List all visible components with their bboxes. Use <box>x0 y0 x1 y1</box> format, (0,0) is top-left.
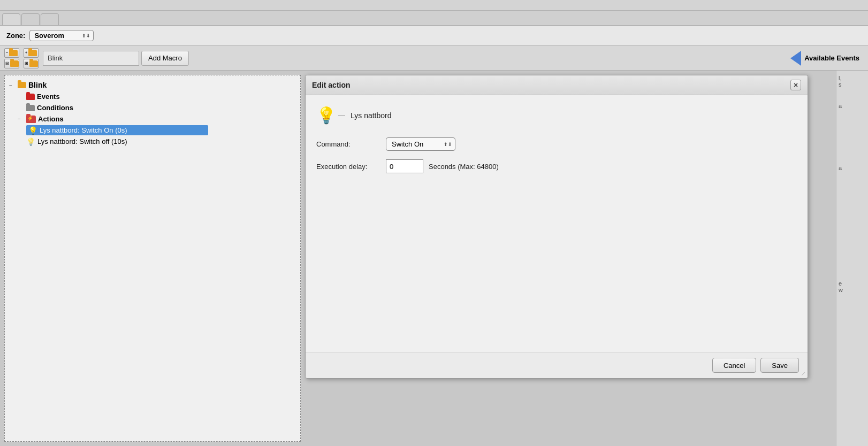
toolbar-btn-minus[interactable]: − <box>4 48 19 58</box>
tree-root-blink[interactable]: − Blink <box>9 80 296 90</box>
dialog-footer: Cancel Save <box>306 352 808 378</box>
command-select-wrap[interactable]: Switch On Switch off <box>386 137 455 151</box>
tab-3[interactable] <box>41 13 59 25</box>
tab-1[interactable] <box>2 13 20 25</box>
macro-name-box: Blink <box>43 51 139 66</box>
command-label: Command: <box>316 140 380 148</box>
tree-action-2-label: Lys nattbord: Switch off (10s) <box>37 137 127 145</box>
add-macro-button[interactable]: Add Macro <box>141 51 189 66</box>
tab-2[interactable] <box>21 13 40 25</box>
tree-item-events[interactable]: Events <box>18 91 296 102</box>
expand-icon-actions: − <box>18 116 24 122</box>
zone-bar: Zone: Soverom <box>0 26 868 46</box>
folder-icon-events <box>26 94 35 100</box>
zone-select[interactable]: Soverom <box>29 30 94 41</box>
dialog-close-button[interactable]: × <box>790 80 801 90</box>
dialog-body: 💡 — Lys nattbord Command: Switch On Swit… <box>306 95 808 352</box>
tree-item-actions[interactable]: − Actions <box>18 114 296 124</box>
toolbar-btn-expand[interactable]: ⊞ <box>24 59 39 68</box>
tab-bar <box>0 11 868 26</box>
toolbar-btn-collapse[interactable]: ⊟ <box>4 59 19 68</box>
cancel-button[interactable]: Cancel <box>712 358 756 373</box>
tree-root-label: Blink <box>28 81 47 89</box>
folder-icon-actions <box>26 116 36 123</box>
folder-icon-conditions <box>26 105 35 111</box>
toolbar-btn-add[interactable]: + <box>24 48 39 58</box>
command-select[interactable]: Switch On Switch off <box>386 137 455 151</box>
dialog-title-bar: Edit action × <box>306 75 808 95</box>
toolbar-btn-group-1: − ⊟ <box>4 48 19 68</box>
zone-select-wrap[interactable]: Soverom <box>29 30 94 41</box>
device-header: 💡 — Lys nattbord <box>316 106 797 125</box>
zone-label: Zone: <box>6 32 25 40</box>
far-right-label-3: a <box>836 111 868 173</box>
tree-action-1[interactable]: 💡 Lys nattbord: Switch On (0s) <box>26 125 208 135</box>
folder-icon-blink <box>18 82 26 88</box>
arrow-left-icon <box>790 51 801 66</box>
far-right-label-2: a <box>836 92 868 111</box>
execution-delay-label: Execution delay: <box>316 163 380 171</box>
execution-delay-input[interactable] <box>386 159 423 173</box>
top-bar <box>0 0 868 11</box>
save-button[interactable]: Save <box>760 358 799 373</box>
tree-conditions-label: Conditions <box>37 104 73 112</box>
tree-events-label: Events <box>37 93 60 101</box>
action-toolbar: − ⊟ + ⊞ Blink Add Macro Available Events <box>0 46 868 71</box>
tree-action-2[interactable]: 💡 Lys nattbord: Switch off (10s) <box>26 136 296 147</box>
edit-action-dialog: Edit action × 💡 — Lys nattbord Command: … <box>305 75 808 379</box>
macro-name-text: Blink <box>48 54 63 62</box>
far-right-label-1: l,s <box>836 71 868 92</box>
device-lightbulb-icon: 💡 <box>316 106 336 125</box>
bulb-icon-action-2: 💡 <box>26 138 35 145</box>
tree-action-1-label: Lys nattbord: Switch On (0s) <box>40 126 127 134</box>
bulb-icon-action-1: 💡 <box>28 127 37 134</box>
tree-actions-label: Actions <box>38 115 64 123</box>
main-content: − Blink Events Conditions − Actions <box>0 71 868 446</box>
far-right-label-4: ew <box>836 173 868 295</box>
right-panel: l,s a a ew Edit action × 💡 — Lys nattbor… <box>305 71 868 446</box>
available-events-label: Available Events <box>804 54 859 62</box>
far-right-strip: l,s a a ew <box>836 71 868 446</box>
device-name-label: Lys nattbord <box>351 111 392 120</box>
resize-handle[interactable]: ⟋ <box>800 371 806 377</box>
left-panel: − Blink Events Conditions − Actions <box>0 71 305 446</box>
command-row: Command: Switch On Switch off <box>316 137 797 151</box>
tree-item-conditions[interactable]: Conditions <box>18 103 296 113</box>
delay-unit-label: Seconds (Max: 64800) <box>429 163 499 171</box>
toolbar-btn-group-2: + ⊞ <box>24 48 39 68</box>
available-events-button[interactable]: Available Events <box>786 49 864 67</box>
dialog-title: Edit action <box>312 81 351 89</box>
macro-tree: − Blink Events Conditions − Actions <box>4 75 301 442</box>
execution-delay-row: Execution delay: Seconds (Max: 64800) <box>316 159 797 173</box>
expand-icon-root: − <box>9 82 16 88</box>
